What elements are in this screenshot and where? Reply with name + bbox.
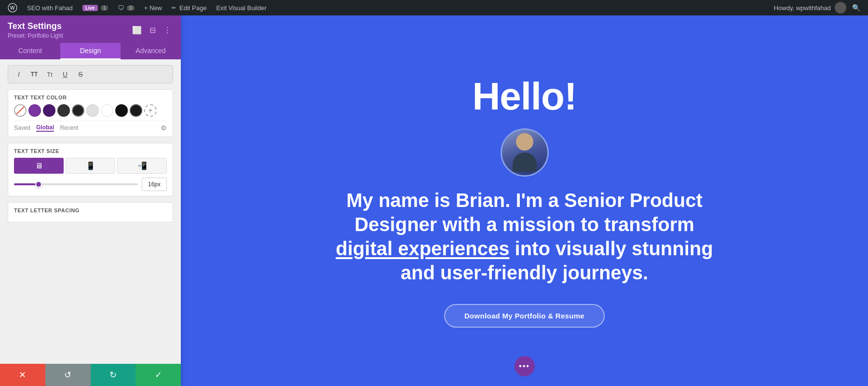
size-slider-row: [14, 178, 167, 191]
mobile-icon: 📲: [137, 161, 147, 170]
site-name-item[interactable]: SEO with Fahad: [23, 0, 77, 15]
avatar-head: [516, 133, 533, 151]
light-swatch[interactable]: [86, 104, 99, 117]
desktop-tab[interactable]: 🖥: [14, 158, 64, 174]
redo-button[interactable]: ↻: [91, 364, 136, 386]
tab-advanced[interactable]: Advanced: [121, 43, 181, 59]
panel-preset[interactable]: Preset: Portfolio Light: [8, 32, 63, 39]
new-button[interactable]: + New: [140, 0, 166, 15]
wp-logo-item[interactable]: W: [4, 0, 21, 15]
text-size-section: Text Text Size 🖥 📱 📲: [8, 143, 173, 196]
tablet-icon: 📱: [86, 161, 95, 170]
dark-purple-swatch[interactable]: [43, 104, 55, 117]
download-button[interactable]: Download My Portfolio & Resume: [444, 304, 605, 328]
live-badge: Live: [82, 5, 98, 11]
dark-swatch2[interactable]: [130, 104, 142, 117]
text-size-label: Text Text Size: [14, 148, 167, 154]
color-tab-global[interactable]: Global: [36, 124, 54, 132]
desktop-icon: 🖥: [35, 162, 43, 170]
strikethrough-button[interactable]: S: [74, 68, 87, 81]
more-dots-button[interactable]: •••: [515, 356, 535, 376]
exit-builder-label: Exit Visual Builder: [216, 4, 267, 12]
hero-body-text: My name is Brian. I'm a Senior Product D…: [326, 188, 722, 285]
comment-count-badge: 1: [101, 5, 108, 11]
wp-logo-icon: W: [8, 3, 17, 13]
howdy-text: Howdy, wpwithfahad: [774, 4, 831, 12]
color-tab-saved[interactable]: Saved: [14, 124, 30, 131]
size-slider[interactable]: [14, 183, 138, 185]
mobile-tab[interactable]: 📲: [117, 158, 167, 174]
hero-text-line1: My name is Brian. I'm a Senior Product: [346, 190, 703, 211]
search-icon[interactable]: 🔍: [848, 4, 864, 12]
panel-expand-icon[interactable]: ⬜: [130, 25, 144, 36]
edit-page-label: Edit Page: [179, 4, 206, 12]
save-button[interactable]: ✓: [136, 364, 181, 386]
device-tabs: 🖥 📱 📲: [14, 158, 167, 174]
avatar-face: [502, 128, 547, 177]
color-settings-icon[interactable]: ⚙: [161, 124, 167, 132]
bold-mixed-button[interactable]: Tt: [43, 68, 56, 81]
panel-header-icons: ⬜ ⊟ ⋮: [130, 25, 173, 36]
site-name: SEO with Fahad: [27, 4, 73, 12]
main-layout: Text Settings Preset: Portfolio Light ⬜ …: [0, 15, 868, 386]
white-swatch[interactable]: [101, 104, 113, 117]
svg-text:W: W: [10, 5, 15, 11]
exit-builder-button[interactable]: Exit Visual Builder: [212, 0, 271, 15]
hero-text-line2: Designer with a mission to transform: [354, 214, 694, 235]
dark-border-swatch[interactable]: [72, 104, 84, 117]
panel-header-info: Text Settings Preset: Portfolio Light: [8, 21, 63, 39]
user-avatar: [835, 2, 846, 14]
color-tabs-row: Saved Global Recent ⚙: [14, 121, 167, 132]
more-dots-icon: •••: [519, 362, 530, 371]
hero-title: Hello!: [472, 74, 576, 119]
add-color-button[interactable]: +: [144, 104, 157, 117]
panel-content: I TT Tt U S Text Text Color: [0, 59, 181, 364]
admin-bar: W SEO with Fahad Live 1 🗨 0 + New ✏ Edit…: [0, 0, 868, 15]
hero-text-line3a: digital experiences: [336, 238, 509, 259]
panel-more-icon[interactable]: ⋮: [162, 25, 173, 36]
undo-button[interactable]: ↺: [45, 364, 91, 386]
slider-thumb[interactable]: [35, 181, 42, 188]
tab-content[interactable]: Content: [0, 43, 60, 59]
bold-large-button[interactable]: TT: [27, 68, 41, 81]
notif-count: 0: [127, 5, 135, 11]
notif-item[interactable]: 🗨 0: [114, 0, 138, 15]
cancel-button[interactable]: ✕: [0, 364, 45, 386]
admin-bar-right: Howdy, wpwithfahad 🔍: [774, 2, 864, 14]
hero-text-line3b: into visually stunning: [509, 238, 713, 259]
edit-page-button[interactable]: ✏ Edit Page: [168, 0, 210, 15]
tab-design[interactable]: Design: [60, 43, 121, 59]
text-color-section: Text Text Color: [8, 89, 173, 137]
notif-icon: 🗨: [118, 4, 124, 12]
new-label: + New: [144, 4, 162, 12]
underline-button[interactable]: U: [58, 68, 72, 81]
tablet-tab[interactable]: 📱: [66, 158, 115, 174]
color-swatches: +: [14, 104, 167, 117]
letter-spacing-label: Text Letter Spacing: [14, 207, 167, 213]
size-input[interactable]: [142, 178, 167, 191]
black-swatch[interactable]: [115, 104, 128, 117]
live-badge-item[interactable]: Live 1: [79, 0, 112, 15]
avatar-body: [513, 152, 537, 172]
left-panel: Text Settings Preset: Portfolio Light ⬜ …: [0, 15, 181, 386]
canvas-area: Hello! My name is Brian. I'm a Senior Pr…: [181, 15, 868, 386]
no-color-swatch[interactable]: [14, 104, 27, 117]
purple-swatch[interactable]: [28, 104, 41, 117]
letter-spacing-section: Text Letter Spacing: [8, 202, 173, 222]
text-color-label: Text Text Color: [14, 95, 167, 100]
italic-button[interactable]: I: [12, 68, 26, 81]
download-button-label: Download My Portfolio & Resume: [464, 312, 584, 320]
panel-bottom-toolbar: ✕ ↺ ↻ ✓: [0, 364, 181, 386]
panel-header: Text Settings Preset: Portfolio Light ⬜ …: [0, 15, 181, 43]
panel-title: Text Settings: [8, 21, 63, 31]
hero-avatar: [501, 128, 549, 177]
dark-gray-swatch[interactable]: [57, 104, 70, 117]
format-toolbar: I TT Tt U S: [8, 65, 173, 83]
hero-text-line4: and user-friendly journeys.: [401, 262, 648, 283]
color-tab-recent[interactable]: Recent: [60, 124, 78, 131]
panel-columns-icon[interactable]: ⊟: [148, 25, 158, 36]
edit-icon: ✏: [172, 5, 176, 11]
panel-tabs: Content Design Advanced: [0, 43, 181, 59]
